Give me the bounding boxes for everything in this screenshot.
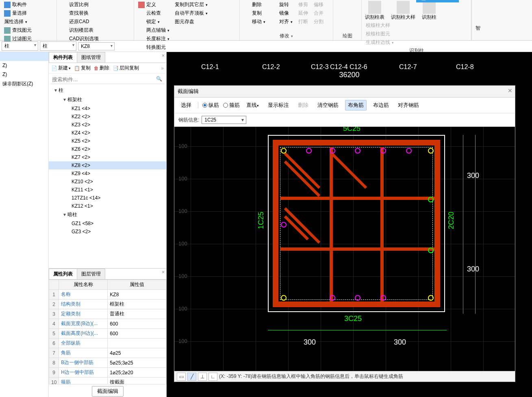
tab-layer-manage[interactable]: 图层管理 [77,269,105,279]
sb-btn-1[interactable]: ▭ [177,373,186,381]
left-item-1[interactable]: Z) [0,61,48,70]
rb-align[interactable]: 对齐▾ [270,18,293,26]
rb-align-top[interactable]: 自动平齐顶板▾ [166,9,208,17]
axis-total-dim: 36200 [167,71,532,79]
prop-row[interactable]: 8B边一侧中部筋5⌀25;3⌀25 [49,358,166,368]
tree-node[interactable]: KZ5 <2> [49,137,166,145]
btn-section-edit[interactable]: 截面编辑 [92,386,124,397]
left-item-0[interactable] [0,52,48,61]
rb-rotate[interactable]: 旋转 [270,1,293,9]
tree-node[interactable]: KZ11 <1> [49,186,166,194]
section-canvas[interactable]: 100100100100100100100 [174,127,515,382]
ribbon-label-draw: 绘图 [337,32,358,39]
prop-row[interactable]: 2结构类别框架柱 [49,299,166,309]
rb-copy-floor[interactable]: 复制到其它层▾ [166,1,208,9]
fill-recognize-column-button[interactable]: ▣填充识别柱 [416,0,459,2]
dlg-clear[interactable]: 清空钢筋 [315,100,341,110]
tree-node[interactable]: KZ9 <4> [49,169,166,178]
rb-length-dim[interactable]: 长度标注▾ [137,35,170,43]
rb-floor-table[interactable]: 识别楼层表 [60,26,100,34]
rb-restore-cad[interactable]: 还原CAD [60,18,90,26]
tree-node[interactable]: ▾暗柱 [49,210,166,219]
dlg-show-dim[interactable]: 显示标注 [265,100,291,110]
prop-row[interactable]: 9H边一侧中部筋1⌀25;2⌀20 [49,368,166,377]
tree-node[interactable]: 12TZ1c <14> [49,194,166,202]
rb-delete[interactable]: 删除 [243,1,266,9]
rb-extend: 延伸 [297,9,309,17]
radio-stirrup[interactable]: 箍筋 [223,102,240,109]
dlg-align-bar[interactable]: 对齐钢筋 [395,100,421,110]
tree-node[interactable]: KZ1 <4> [49,104,166,113]
search-input[interactable] [50,75,165,84]
tab-prop-list[interactable]: 属性列表 [49,269,77,279]
tree-node[interactable]: KZ6 <2> [49,145,166,153]
btn-copy[interactable]: 📋复制 [74,65,91,72]
prop-row[interactable]: 5截面高度(H边)(...600 [49,329,166,338]
tab-component-list[interactable]: 构件列表 [49,52,77,63]
tree-node[interactable]: GZ3 <2> [49,228,166,236]
tree-node[interactable]: KZ10 <2> [49,178,166,186]
btn-layer-copy[interactable]: 📑层间复制 [113,65,139,72]
panel-close-icon[interactable]: × [162,53,165,59]
dim-bottom: 3C25 [344,315,362,323]
component-tree: ▾柱▾框架柱KZ1 <4>KZ2 <2>KZ3 <2>KZ4 <2>KZ5 <2… [49,86,166,268]
rb-cloud-check[interactable]: 云检查 [137,9,162,17]
prop-row[interactable]: 3定额类别普通柱 [49,309,166,319]
toolbar-more-icon[interactable]: » [161,65,164,71]
tree-node[interactable]: ▾柱 [49,86,166,95]
tab-drawing-manage[interactable]: 图纸管理 [77,52,105,63]
dd-component[interactable]: KZ8 [78,42,115,50]
rb-copy[interactable]: 复制 [243,9,266,17]
prop-row[interactable]: 10箍筋按截面 [49,377,166,384]
rb-convert[interactable]: 转换图元 [137,43,170,51]
identify-table-icon[interactable] [368,1,381,14]
prop-row[interactable]: 7角筋4⌀25 [49,348,166,358]
rb-move[interactable]: 移动▾ [243,18,266,26]
prop-row[interactable]: 1名称KZ8 [49,290,166,299]
btn-new[interactable]: 📄新建▾ [51,65,71,72]
sb-btn-2[interactable]: ╱ [187,373,196,381]
left-item-3[interactable]: 缘非阴影区(Z) [0,79,48,89]
dlg-select[interactable]: 选择 [178,100,194,110]
rb-lock[interactable]: 锁定▾ [137,18,162,26]
rb-find-replace[interactable]: 查找替换 [60,9,90,17]
sb-btn-3[interactable]: ⊥ [198,373,207,381]
sb-btn-4[interactable]: ∟ [208,373,217,381]
tree-node[interactable]: KZ4 <2> [49,129,166,137]
radio-longitudinal[interactable]: 纵筋 [202,102,219,109]
tree-node[interactable]: GZ1 <58> [49,219,166,228]
search-icon[interactable]: 🔍 [156,76,162,82]
dlg-corner-bar[interactable]: 布角筋 [345,100,367,111]
dialog-close-icon[interactable]: ✕ [508,87,512,94]
tree-node[interactable]: KZ2 <2> [49,113,166,121]
rebar-info-combo[interactable]: 1C25 [202,116,246,124]
dialog-status-bar: ▭ ╱ ⊥ ∟ (X: -359 Y: -78)请在钢筋信息输入框中输入角筋的钢… [174,371,515,382]
rb-batch-select[interactable]: 量选择 [3,9,28,17]
right-edge-tab[interactable]: 智 [471,0,481,40]
ribbon-label-modify: 修改 ▾ [243,32,330,39]
rb-prop-select[interactable]: 属性选择▾ [3,18,28,26]
rb-find-elem[interactable]: 查找图元 [3,26,33,34]
identify-detail-icon[interactable] [397,1,410,14]
prop-row[interactable]: 4截面宽度(B边)(...600 [49,319,166,329]
dd-category-2[interactable]: 柱 [40,41,76,51]
rb-scale[interactable]: 设置比例 [60,1,90,9]
tree-node[interactable]: KZ12 <1> [49,202,166,210]
tree-node[interactable]: KZ8 <2> [49,161,166,169]
dlg-edge-bar[interactable]: 布边筋 [371,100,391,110]
rb-mirror[interactable]: 镜像 [270,9,293,17]
rb-save-elem[interactable]: 图元存盘 [166,18,208,26]
btn-delete[interactable]: 🗑删除 [94,65,109,72]
rb-define[interactable]: 定义 [137,1,162,9]
tree-node[interactable]: KZ3 <2> [49,121,166,129]
tree-node[interactable]: KZ7 <2> [49,153,166,161]
dd-category-1[interactable]: 柱 [2,41,38,51]
rb-get-component[interactable]: 取构件 [3,1,28,9]
left-item-2[interactable]: Z) [0,70,48,79]
identify-column-icon[interactable] [423,1,436,14]
dlg-straight[interactable]: 直线▾ [244,100,261,110]
tree-node[interactable]: ▾框架柱 [49,95,166,104]
rb-two-axis[interactable]: 两点辅轴▾ [137,26,170,34]
prop-row[interactable]: 6全部纵筋 [49,338,166,348]
prop-close-icon[interactable]: × [162,269,165,275]
